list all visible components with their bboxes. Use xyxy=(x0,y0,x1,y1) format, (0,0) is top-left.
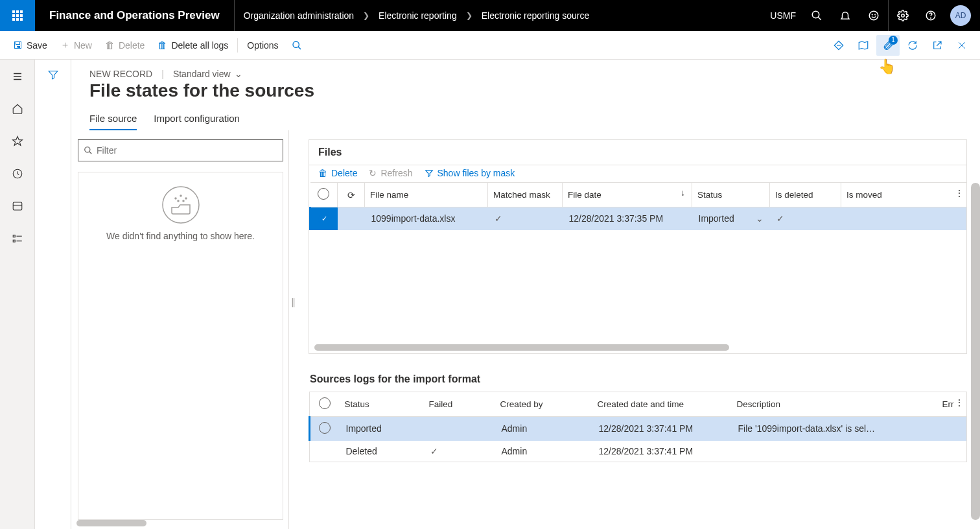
files-table: ⟳ File name Matched mask File date↓ Stat… xyxy=(309,182,966,230)
table-row[interactable]: ✓ 1099import-data.xlsx ✓ 12/28/2021 3:37… xyxy=(310,207,967,230)
log-col-created-by[interactable]: Created by xyxy=(495,392,592,416)
notification-icon[interactable] xyxy=(831,0,859,31)
vertical-scrollbar-thumb[interactable] xyxy=(971,183,980,520)
top-bar: Finance and Operations Preview Organizat… xyxy=(0,0,980,31)
col-file-date[interactable]: File date↓ xyxy=(563,183,692,207)
log-col-err[interactable]: Err⋮ xyxy=(937,392,967,416)
options-button[interactable]: Options xyxy=(240,36,285,54)
svg-rect-16 xyxy=(13,202,22,210)
save-button[interactable]: 🖫Save xyxy=(6,36,54,54)
tab-file-source[interactable]: File source xyxy=(89,113,137,130)
log-col-created-date[interactable]: Created date and time xyxy=(592,392,732,416)
action-bar: 🖫Save ＋New 🗑Delete 🗑Delete all logs Opti… xyxy=(0,31,980,60)
log-col-failed[interactable]: Failed xyxy=(424,392,495,416)
select-all-header[interactable] xyxy=(310,183,338,207)
logs-panel: Sources logs for the import format Statu… xyxy=(309,367,967,462)
hamburger-icon[interactable] xyxy=(5,65,30,88)
search-icon xyxy=(84,146,93,155)
col-status[interactable]: Status xyxy=(692,183,770,207)
col-is-moved[interactable]: Is moved⋮ xyxy=(841,183,967,207)
workspace-icon[interactable] xyxy=(5,194,30,218)
left-panel: We didn't find anything to show here. xyxy=(71,130,289,529)
home-icon[interactable] xyxy=(5,97,30,121)
filter-input-container xyxy=(78,139,283,161)
gear-icon[interactable] xyxy=(888,0,916,31)
toolbar-search-button[interactable] xyxy=(285,36,309,54)
save-icon: 🖫 xyxy=(13,40,23,51)
cell-log-created-by: Admin xyxy=(495,416,592,441)
recent-icon[interactable] xyxy=(5,162,30,185)
cell-file-name[interactable]: 1099import-data.xlsx xyxy=(365,207,488,230)
vertical-scrollbar-track[interactable] xyxy=(971,183,980,520)
log-col-err-label: Err xyxy=(942,399,954,409)
cell-status[interactable]: Imported⌄ xyxy=(692,207,770,230)
show-files-by-mask-button[interactable]: Show files by mask xyxy=(425,168,515,178)
main-area: NEW RECORD | Standard view⌄ File states … xyxy=(71,60,980,529)
refresh-column-header[interactable]: ⟳ xyxy=(338,183,365,207)
chevron-down-icon: ⌄ xyxy=(235,69,242,79)
new-button[interactable]: ＋New xyxy=(54,35,99,55)
cell-log-created-by: Admin xyxy=(495,441,592,462)
files-panel-title: Files xyxy=(309,140,966,165)
col-matched-mask[interactable]: Matched mask xyxy=(488,183,563,207)
tab-import-config[interactable]: Import configuration xyxy=(154,113,240,130)
col-file-name[interactable]: File name xyxy=(365,183,488,207)
svg-point-28 xyxy=(178,200,179,202)
table-row[interactable]: Deleted ✓ Admin 12/28/2021 3:37:41 PM xyxy=(310,441,967,462)
search-icon xyxy=(292,40,302,51)
row-radio[interactable] xyxy=(319,422,331,434)
help-icon[interactable] xyxy=(916,0,945,31)
breadcrumb-item-1[interactable]: Organization administration xyxy=(244,10,354,21)
delete-all-logs-button[interactable]: 🗑Delete all logs xyxy=(151,36,235,54)
files-refresh-button[interactable]: ↻Refresh xyxy=(369,168,412,178)
close-button[interactable] xyxy=(950,35,974,56)
chevron-down-icon: ⌄ xyxy=(756,213,764,224)
star-icon[interactable] xyxy=(5,130,30,153)
right-panels: Files 🗑Delete ↻Refresh Show files by mas… xyxy=(301,130,980,529)
chevron-right-icon: ❯ xyxy=(363,11,369,20)
breadcrumb-item-3[interactable]: Electronic reporting source xyxy=(482,10,590,21)
legal-entity[interactable]: USMF xyxy=(764,10,802,21)
modules-icon[interactable] xyxy=(5,227,30,250)
svg-point-27 xyxy=(185,198,187,199)
col-is-deleted[interactable]: Is deleted xyxy=(770,183,841,207)
avatar[interactable]: AD xyxy=(950,5,971,26)
svg-point-22 xyxy=(85,147,90,152)
view-selector[interactable]: Standard view⌄ xyxy=(173,69,242,79)
table-row[interactable]: Imported Admin 12/28/2021 3:37:41 PM Fil… xyxy=(310,416,967,441)
refresh-button[interactable] xyxy=(901,35,924,56)
attach-button[interactable]: 1 xyxy=(876,35,900,56)
select-all-header[interactable] xyxy=(310,392,340,416)
smile-icon[interactable] xyxy=(859,0,888,31)
page-header: NEW RECORD | Standard view⌄ File states … xyxy=(71,60,980,106)
separator xyxy=(237,38,238,53)
top-right-actions: USMF AD xyxy=(764,0,980,31)
search-icon[interactable] xyxy=(802,0,831,31)
filter-column xyxy=(35,60,71,529)
horizontal-scrollbar[interactable] xyxy=(314,344,729,351)
log-col-status[interactable]: Status xyxy=(340,392,424,416)
files-delete-button[interactable]: 🗑Delete xyxy=(318,168,357,178)
horizontal-scrollbar[interactable] xyxy=(76,520,146,526)
row-selected-check-icon[interactable]: ✓ xyxy=(318,213,330,225)
splitter-handle[interactable]: ‖ xyxy=(289,292,297,312)
popout-button[interactable] xyxy=(926,35,949,56)
filter-input[interactable] xyxy=(97,145,277,156)
funnel-icon[interactable] xyxy=(47,69,59,529)
cell-log-created-date: 12/28/2021 3:37:41 PM xyxy=(592,416,732,441)
log-col-description[interactable]: Description xyxy=(732,392,937,416)
svg-rect-18 xyxy=(13,235,15,237)
cell-log-description xyxy=(732,441,937,462)
svg-point-0 xyxy=(812,11,819,18)
diamond-icon[interactable] xyxy=(827,35,850,56)
breadcrumb-item-2[interactable]: Electronic reporting xyxy=(379,10,457,21)
app-launcher[interactable] xyxy=(0,0,35,31)
column-options-icon[interactable]: ⋮ xyxy=(955,188,964,198)
column-options-icon[interactable]: ⋮ xyxy=(955,397,964,408)
breadcrumb: Organization administration ❯ Electronic… xyxy=(234,0,590,31)
trash-icon: 🗑 xyxy=(105,40,115,51)
delete-button[interactable]: 🗑Delete xyxy=(99,36,151,54)
cell-log-created-date: 12/28/2021 3:37:41 PM xyxy=(592,441,732,462)
show-files-label: Show files by mask xyxy=(438,168,515,178)
map-icon[interactable] xyxy=(852,35,875,56)
